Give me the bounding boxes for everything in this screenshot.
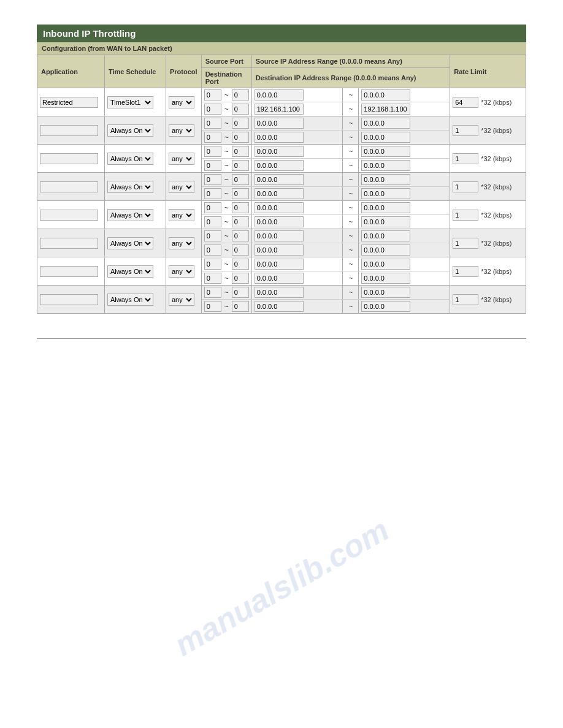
dest-ip-end[interactable]	[361, 245, 410, 256]
source-port-end[interactable]	[232, 146, 249, 157]
source-port-start[interactable]	[204, 202, 221, 213]
application-input[interactable]	[40, 125, 98, 136]
application-input[interactable]	[40, 97, 98, 108]
source-port-end[interactable]	[232, 259, 249, 270]
time-schedule-select[interactable]: Always OnTimeSlot1TimeSlot2TimeSlot3Time…	[107, 294, 153, 306]
application-input[interactable]	[40, 294, 98, 305]
dest-ip-start[interactable]	[255, 245, 304, 256]
rate-input[interactable]	[453, 266, 478, 277]
source-ip-start[interactable]	[255, 146, 304, 157]
application-input[interactable]	[40, 210, 98, 221]
source-ip-start[interactable]	[255, 259, 304, 270]
protocol-select[interactable]: anytcpudpicmp	[169, 265, 194, 278]
rate-input[interactable]	[453, 97, 478, 108]
rate-input[interactable]	[453, 125, 478, 136]
source-ip-start[interactable]	[255, 202, 304, 213]
protocol-select[interactable]: anytcpudpicmp	[169, 181, 194, 193]
dest-port-start[interactable]	[204, 273, 221, 284]
dest-ip-start[interactable]	[255, 160, 304, 171]
rate-input[interactable]	[453, 294, 478, 305]
dest-port-start[interactable]	[204, 245, 221, 256]
application-cell	[37, 88, 105, 116]
dest-ip-start[interactable]	[255, 104, 304, 115]
source-ip-end[interactable]	[361, 118, 410, 129]
source-port-end[interactable]	[232, 89, 249, 100]
dest-ip-start[interactable]	[255, 216, 304, 227]
protocol-select[interactable]: anytcpudpicmp	[169, 124, 194, 137]
dest-ip-end[interactable]	[361, 132, 410, 143]
source-ip-end[interactable]	[361, 287, 410, 298]
source-port-start[interactable]	[204, 259, 221, 270]
source-port-end[interactable]	[232, 174, 249, 185]
source-port-end[interactable]	[232, 287, 249, 298]
source-ip-end[interactable]	[361, 202, 410, 213]
source-port-start[interactable]	[204, 287, 221, 298]
dest-ip-end[interactable]	[361, 104, 410, 115]
source-ip-end[interactable]	[361, 174, 410, 185]
dest-ip-end[interactable]	[361, 160, 410, 171]
dest-ip-start[interactable]	[255, 273, 304, 284]
dest-ip-end[interactable]	[361, 273, 410, 284]
dest-ip-end[interactable]	[361, 301, 410, 312]
dest-port-end[interactable]	[232, 216, 249, 227]
application-input[interactable]	[40, 238, 98, 249]
dest-port-end[interactable]	[232, 245, 249, 256]
source-port-end[interactable]	[232, 230, 249, 241]
dest-ip-end[interactable]	[361, 216, 410, 227]
dest-port-end[interactable]	[232, 160, 249, 171]
source-ip-end[interactable]	[361, 89, 410, 100]
dest-port-end[interactable]	[232, 104, 249, 115]
source-ip-start[interactable]	[255, 118, 304, 129]
application-input[interactable]	[40, 181, 98, 192]
kbps-label: *32 (kbps)	[481, 240, 511, 247]
dest-port-start[interactable]	[204, 301, 221, 312]
source-ip-start[interactable]	[255, 287, 304, 298]
protocol-select[interactable]: anytcpudpicmp	[169, 209, 194, 221]
source-port-start[interactable]	[204, 118, 221, 129]
source-port-start[interactable]	[204, 174, 221, 185]
application-input[interactable]	[40, 266, 98, 277]
protocol-select[interactable]: anytcpudpicmp	[169, 237, 194, 249]
protocol-cell: anytcpudpicmp	[166, 201, 202, 229]
rate-input[interactable]	[453, 153, 478, 164]
protocol-select[interactable]: anytcpudpicmp	[169, 96, 194, 108]
dest-port-start[interactable]	[204, 132, 221, 143]
protocol-select[interactable]: anytcpudpicmp	[169, 294, 194, 306]
source-port-start[interactable]	[204, 146, 221, 157]
source-ip-start[interactable]	[255, 230, 304, 241]
dest-port-end[interactable]	[232, 132, 249, 143]
source-port-end[interactable]	[232, 202, 249, 213]
dest-ip-start[interactable]	[255, 132, 304, 143]
source-port-start[interactable]	[204, 89, 221, 100]
time-schedule-select[interactable]: Always OnTimeSlot1TimeSlot2TimeSlot3Time…	[107, 265, 153, 278]
application-input[interactable]	[40, 153, 98, 164]
source-ip-end[interactable]	[361, 259, 410, 270]
source-port-end[interactable]	[232, 118, 249, 129]
dest-port-end[interactable]	[232, 273, 249, 284]
protocol-select[interactable]: anytcpudpicmp	[169, 153, 194, 165]
time-schedule-select[interactable]: Always OnTimeSlot1TimeSlot2TimeSlot3Time…	[107, 181, 153, 193]
source-ip-start[interactable]	[255, 174, 304, 185]
source-port-start[interactable]	[204, 230, 221, 241]
source-ip-start[interactable]	[255, 89, 304, 100]
dest-port-start[interactable]	[204, 104, 221, 115]
time-schedule-select[interactable]: Always OnTimeSlot1TimeSlot2TimeSlot3Time…	[107, 209, 153, 221]
dest-port-start[interactable]	[204, 188, 221, 199]
dest-port-start[interactable]	[204, 160, 221, 171]
time-schedule-select[interactable]: Always OnTimeSlot1TimeSlot2TimeSlot3Time…	[107, 124, 153, 137]
rate-input[interactable]	[453, 210, 478, 221]
dest-ip-end[interactable]	[361, 188, 410, 199]
dest-port-start[interactable]	[204, 216, 221, 227]
dest-ip-start[interactable]	[255, 301, 304, 312]
time-schedule-select[interactable]: Always OnTimeSlot1TimeSlot2TimeSlot3Time…	[107, 237, 153, 249]
time-schedule-select[interactable]: Always OnTimeSlot1TimeSlot2TimeSlot3Time…	[107, 96, 153, 108]
rate-input[interactable]	[453, 238, 478, 249]
rate-input[interactable]	[453, 181, 478, 192]
time-schedule-select[interactable]: Always OnTimeSlot1TimeSlot2TimeSlot3Time…	[107, 153, 153, 165]
dest-port-end[interactable]	[232, 301, 249, 312]
dest-port-end[interactable]	[232, 188, 249, 199]
dest-ip2-cell	[359, 215, 450, 229]
source-ip-end[interactable]	[361, 146, 410, 157]
source-ip-end[interactable]	[361, 230, 410, 241]
dest-ip-start[interactable]	[255, 188, 304, 199]
